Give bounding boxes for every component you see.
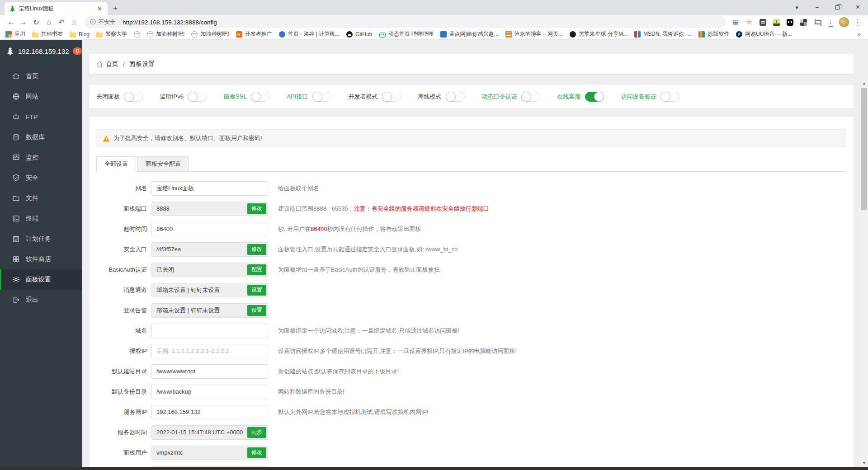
qr-code-icon[interactable]: ▦	[730, 16, 741, 28]
settings-tab[interactable]: 面板安全配置	[137, 156, 189, 172]
extension-database-icon[interactable]	[757, 16, 769, 28]
field-action-button[interactable]: 修改	[247, 447, 266, 458]
toggle-switch[interactable]	[124, 92, 143, 102]
scrollbar-thumb[interactable]	[861, 88, 867, 210]
toggle-switch[interactable]	[312, 92, 331, 102]
toggle-switch[interactable]	[585, 92, 604, 102]
profile-avatar[interactable]	[838, 16, 850, 28]
bookmark-star-icon[interactable]: ☆	[68, 16, 80, 28]
bookmarks-overflow-icon[interactable]: »	[858, 31, 863, 38]
sidebar-item-ftp[interactable]: FTP	[0, 107, 82, 127]
field-input[interactable]	[151, 364, 268, 379]
scroll-up-icon[interactable]: ▲	[860, 80, 868, 87]
field-input[interactable]	[151, 344, 268, 358]
url-text[interactable]: http://192.168.159.132:8888/config	[123, 19, 217, 26]
undo-extension-icon[interactable]: ↶	[55, 16, 68, 28]
address-bar[interactable]: ⓘ 不安全 http://192.168.159.132:8888/config	[84, 16, 726, 28]
breadcrumb-home-link[interactable]: 首页	[106, 60, 118, 68]
bookmark-item[interactable]: 首页 - 洛谷 | 计算机...	[279, 30, 340, 38]
toggle-label[interactable]: 离线模式	[418, 93, 442, 101]
toggle-label[interactable]: 面板SSL	[224, 93, 247, 101]
sidebar-item-calendar[interactable]: 计划任务	[0, 229, 82, 249]
bookmark-this-page-icon[interactable]: ☆	[743, 16, 755, 28]
bookmark-item[interactable]: 蓝点网|给你感兴趣...	[440, 30, 499, 38]
sidebar-item-logout[interactable]: 退出	[0, 290, 82, 310]
bookmark-item[interactable]: 应用	[5, 30, 25, 38]
bookmark-item[interactable]: 加油种树吧!	[147, 30, 184, 38]
toggle-label[interactable]: 动态口令认证	[482, 93, 517, 101]
sidebar-item-globe[interactable]: 网站	[0, 86, 82, 107]
sidebar-header[interactable]: 192.168.159.132 0	[0, 40, 82, 62]
sidebar-item-gear[interactable]: 面板设置	[0, 269, 82, 290]
tab-search-icon[interactable]: ▾	[787, 0, 807, 14]
downloads-icon[interactable]: ↓	[825, 16, 836, 28]
screenshot-crop-icon[interactable]	[811, 16, 823, 28]
forward-icon[interactable]: →	[17, 16, 30, 28]
message-count-badge[interactable]: 0	[73, 47, 82, 55]
toggle-switch[interactable]	[521, 92, 540, 102]
sidebar-item-store[interactable]: 软件商店	[0, 249, 82, 269]
sidebar-item-database[interactable]: 数据库	[0, 127, 82, 147]
field-action-button[interactable]: 设置	[247, 285, 266, 296]
info-icon[interactable]: ⓘ	[90, 18, 96, 26]
toggle-label[interactable]: 关闭面板	[96, 93, 120, 101]
sidebar-item-folder[interactable]: 文件	[0, 188, 82, 208]
bookmark-item[interactable]: Blog	[70, 31, 90, 38]
extension-sprout-icon[interactable]	[770, 16, 782, 28]
toggle-label[interactable]: API接口	[287, 93, 308, 101]
close-window-button[interactable]: ×	[848, 0, 868, 14]
form-row: 安全入口 修改 面板管理入口,设置后只能通过指定安全入口登录面板,如: /www…	[96, 239, 846, 259]
field-input[interactable]	[151, 405, 268, 419]
bookmark-item[interactable]: 警察大学	[96, 30, 127, 38]
bookmark-item[interactable]: 网易UU语音----新...	[736, 30, 792, 38]
scroll-down-icon[interactable]: ▼	[860, 459, 868, 467]
bookmark-item[interactable]: 沧水的博客 – 网页...	[505, 30, 563, 38]
bookmark-item[interactable]	[134, 31, 140, 38]
page-scrollbar[interactable]: ▲ ▼	[860, 80, 868, 470]
new-tab-button[interactable]: +	[113, 4, 118, 13]
bookmark-item[interactable]: 开发者推广	[236, 30, 272, 38]
toggle-label[interactable]: 开发者模式	[349, 93, 378, 101]
sidebar-item-shield[interactable]: 安全	[0, 168, 82, 188]
toggle-label[interactable]: 监听IPv6	[160, 93, 184, 101]
toggle-switch[interactable]	[382, 92, 401, 102]
bookmark-item[interactable]: GitHub	[346, 31, 372, 38]
bookmark-item[interactable]: 其他书签	[32, 30, 63, 38]
field-input[interactable]	[151, 324, 268, 338]
field-action-button[interactable]: 设置	[247, 305, 266, 316]
back-icon[interactable]: ←	[5, 16, 17, 28]
reload-icon[interactable]: ↻	[30, 16, 42, 28]
bookmark-item[interactable]: 原版软件	[698, 30, 729, 38]
kebab-menu-icon[interactable]: ⋮	[852, 16, 863, 28]
toggle-group: 开发者模式	[349, 92, 401, 102]
toggle-label[interactable]: 在线客服	[557, 93, 581, 101]
settings-tab[interactable]: 全部设置	[96, 156, 136, 172]
field-action-button[interactable]: 修改	[247, 244, 266, 255]
field-action-button[interactable]: 修改	[247, 203, 266, 214]
field-action-button[interactable]: 同步	[247, 427, 266, 438]
home-icon[interactable]: ⌂	[42, 16, 55, 28]
toggle-switch[interactable]	[446, 92, 465, 102]
toggle-switch[interactable]	[660, 92, 679, 102]
bookmark-item[interactable]: 加油种树吧!	[191, 30, 229, 38]
bookmark-item[interactable]: 动态首页-哔哩哔哩	[379, 30, 434, 38]
extension-panda-icon[interactable]	[784, 16, 796, 28]
toggle-switch[interactable]	[251, 92, 270, 102]
field-action-button[interactable]: 配置	[247, 264, 266, 275]
toggle-switch[interactable]	[188, 92, 207, 102]
sidebar-item-home[interactable]: 首页	[0, 66, 82, 86]
extension-blocks-icon[interactable]	[797, 16, 809, 28]
field-hint: 设置访问授权IP,多个请使用逗号(,)隔开,注意：一旦设置授权IP,只有指定IP…	[278, 347, 517, 355]
field-input[interactable]	[151, 181, 268, 196]
restore-button[interactable]	[827, 0, 848, 14]
field-input[interactable]	[151, 222, 268, 236]
tab-close-icon[interactable]: ✕	[96, 5, 103, 12]
bookmark-item[interactable]: 黑苹果星球-分享M...	[570, 30, 627, 38]
minimize-button[interactable]: −	[807, 0, 827, 14]
browser-tab[interactable]: 宝塔Linux面板 ✕	[5, 2, 108, 15]
field-input[interactable]	[151, 385, 268, 399]
bookmark-item[interactable]: MSDN, 我告诉你 -...	[634, 30, 692, 38]
toggle-label[interactable]: 访问设备验证	[621, 93, 656, 101]
sidebar-item-monitor[interactable]: 监控	[0, 147, 82, 168]
sidebar-item-terminal[interactable]: 终端	[0, 208, 82, 229]
